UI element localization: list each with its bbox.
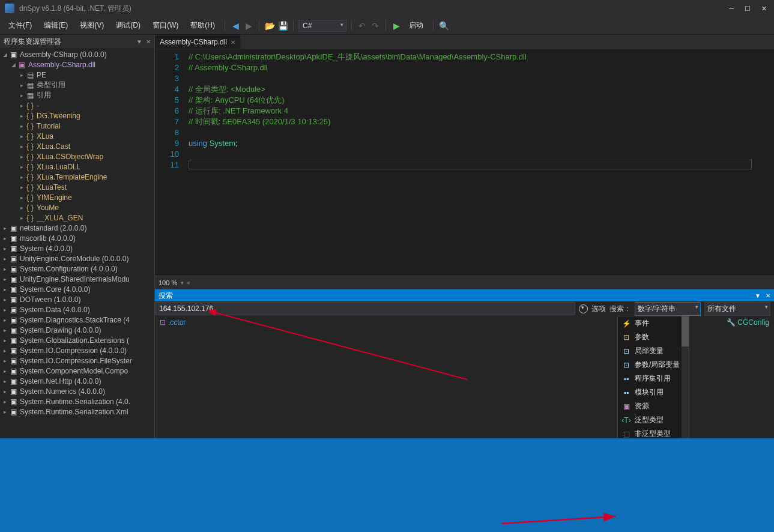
tree-item[interactable]: ▸{ }XLua xyxy=(0,131,154,141)
maximize-button[interactable]: ☐ xyxy=(745,5,751,13)
tree-item[interactable]: ▸▣netstandard (2.0.0.0) xyxy=(0,223,154,233)
class-icon: 🔧 xyxy=(727,318,736,327)
menu-help[interactable]: 帮助(H) xyxy=(186,18,220,33)
close-button[interactable]: ✕ xyxy=(761,5,767,13)
line-gutter: 1234567891011 xyxy=(155,49,185,276)
tree-item[interactable]: ▸▣System.Data (4.0.0.0) xyxy=(0,304,154,315)
tree-item[interactable]: ▸▣System.Runtime.Serialization (4.0. xyxy=(0,396,154,407)
zoom-value[interactable]: 100 % xyxy=(159,279,177,286)
menu-view[interactable]: 视图(V) xyxy=(75,18,109,33)
method-icon: ⊡ xyxy=(160,318,166,327)
search-input[interactable] xyxy=(155,302,575,315)
panel-dropdown-icon[interactable]: ▼ xyxy=(136,38,142,45)
editor-tabs: Assembly-CSharp.dll ✕ xyxy=(155,35,774,49)
tree-item[interactable]: ▸{ }Tutorial xyxy=(0,121,154,131)
panel-header: 程序集资源管理器 ▼ ✕ xyxy=(0,35,154,48)
start-label[interactable]: 启动 xyxy=(404,18,428,33)
tree-item[interactable]: ▸▣System.Core (4.0.0.0) xyxy=(0,284,154,294)
tree-item[interactable]: ▸{ }__XLUA_GEN xyxy=(0,213,154,223)
assembly-tree[interactable]: ◢▣Assembly-CSharp (0.0.0.0)◢▣Assembly-CS… xyxy=(0,48,154,438)
tree-item[interactable]: ▸▣System.Configuration (4.0.0.0) xyxy=(0,264,154,274)
code-editor[interactable]: 1234567891011 // C:\Users\Administrator\… xyxy=(155,49,774,276)
search-panel: 搜索 ▼ ✕ 选项 搜索： 数字/字符串 所有文件 xyxy=(155,289,774,438)
tree-item[interactable]: ▸▣System.Drawing (4.0.0.0) xyxy=(0,325,154,335)
app-window: dnSpy v6.1.8 (64-bit, .NET, 管理员) ─ ☐ ✕ 文… xyxy=(0,0,774,438)
dropdown-item[interactable]: ⊡参数/局部变量 xyxy=(618,358,689,372)
nav-forward-icon[interactable]: ▶ xyxy=(243,20,254,31)
tree-item[interactable]: ▸▣UnityEngine.SharedInternalsModu xyxy=(0,274,154,284)
tree-item[interactable]: ▸{ }- xyxy=(0,100,154,110)
code-lines: // C:\Users\Administrator\Desktop\ApkIDE… xyxy=(185,49,774,276)
dropdown-item[interactable]: ⬚非泛型类型 xyxy=(618,427,689,438)
open-icon[interactable]: 📂 xyxy=(264,20,275,31)
tree-item[interactable]: ▸▣System.ComponentModel.Compo xyxy=(0,366,154,376)
search-title: 搜索 xyxy=(159,291,750,301)
minimize-button[interactable]: ─ xyxy=(729,5,734,13)
dropdown-item[interactable]: ⊡局部变量 xyxy=(618,344,689,358)
tree-item[interactable]: ▸▣System.Diagnostics.StackTrace (4 xyxy=(0,315,154,325)
tree-item[interactable]: ◢▣Assembly-CSharp (0.0.0.0) xyxy=(0,49,154,59)
tree-item[interactable]: ▸{ }YouMe xyxy=(0,202,154,213)
result-type[interactable]: 🔧CGConfig xyxy=(727,318,769,327)
tab-close-icon[interactable]: ✕ xyxy=(231,39,235,46)
search-close-icon[interactable]: ✕ xyxy=(766,292,770,299)
result-name: .cctor xyxy=(168,318,186,327)
tree-item[interactable]: ▸▣System.Net.Http (4.0.0.0) xyxy=(0,376,154,386)
search-dropdown-icon[interactable]: ▼ xyxy=(755,292,761,299)
menu-edit[interactable]: 编辑(E) xyxy=(39,18,73,33)
save-icon[interactable]: 💾 xyxy=(277,20,288,31)
titlebar: dnSpy v6.1.8 (64-bit, .NET, 管理员) ─ ☐ ✕ xyxy=(0,0,774,17)
window-title: dnSpy v6.1.8 (64-bit, .NET, 管理员) xyxy=(19,4,729,14)
search-icon[interactable]: 🔍 xyxy=(438,20,449,31)
zoom-dropdown-icon[interactable]: ▾ xyxy=(181,280,184,286)
menubar: 文件(F) 编辑(E) 视图(V) 调试(D) 窗口(W) 帮助(H) ◀ ▶ … xyxy=(0,17,774,35)
dropdown-item[interactable]: ▪▪程序集引用 xyxy=(618,372,689,385)
tree-item[interactable]: ▸▣System (4.0.0.0) xyxy=(0,243,154,253)
tree-item[interactable]: ▸▣System.Runtime.Serialization.Xml xyxy=(0,407,154,417)
search-header: 搜索 ▼ ✕ xyxy=(155,289,774,301)
tree-item[interactable]: ▸{ }YIMEngine xyxy=(0,192,154,202)
search-result-item[interactable]: ⊡ .cctor xyxy=(160,318,691,327)
assembly-explorer-panel: 程序集资源管理器 ▼ ✕ ◢▣Assembly-CSharp (0.0.0.0)… xyxy=(0,35,155,438)
tree-item[interactable]: ▸▤PE xyxy=(0,70,154,80)
tree-item[interactable]: ▸{ }XLuaTest xyxy=(0,182,154,192)
panel-close-icon[interactable]: ✕ xyxy=(146,38,151,45)
search-results: ⊡ .cctor 🔧CGConfig xyxy=(155,316,774,438)
dropdown-item[interactable]: ▣资源 xyxy=(618,399,689,413)
tree-item[interactable]: ▸▣System.IO.Compression (4.0.0.0) xyxy=(0,345,154,355)
tree-item[interactable]: ▸{ }XLua.CSObjectWrap xyxy=(0,151,154,162)
options-icon[interactable] xyxy=(579,304,588,313)
tree-item[interactable]: ▸▣UnityEngine.CoreModule (0.0.0.0) xyxy=(0,253,154,264)
tree-item[interactable]: ▸▣System.Numerics (4.0.0.0) xyxy=(0,386,154,396)
search-scope-combo[interactable]: 所有文件 xyxy=(704,302,770,316)
undo-icon[interactable]: ↶ xyxy=(357,20,367,31)
tree-item[interactable]: ▸▣System.IO.Compression.FileSyster xyxy=(0,355,154,366)
dropdown-item[interactable]: ⊡参数 xyxy=(618,330,689,344)
language-combo[interactable]: C# xyxy=(298,20,346,32)
dropdown-item[interactable]: ‹T›泛型类型 xyxy=(618,413,689,427)
tab-label: Assembly-CSharp.dll xyxy=(160,38,227,46)
tree-item[interactable]: ▸{ }XLua.Cast xyxy=(0,141,154,151)
tree-item[interactable]: ▸▣System.Globalization.Extensions ( xyxy=(0,335,154,345)
tree-item[interactable]: ▸▤引用 xyxy=(0,90,154,100)
menu-debug[interactable]: 调试(D) xyxy=(111,18,145,33)
svg-line-1 xyxy=(501,516,615,524)
tree-item[interactable]: ▸▣DOTween (1.0.0.0) xyxy=(0,294,154,304)
dropdown-item[interactable]: ⚡事件 xyxy=(618,316,689,330)
dropdown-item[interactable]: ▪▪模块引用 xyxy=(618,385,689,399)
redo-icon[interactable]: ↷ xyxy=(370,20,381,31)
zoom-bar: 100 % ▾ ◂ xyxy=(155,276,774,289)
nav-back-icon[interactable]: ◀ xyxy=(230,20,241,31)
menu-window[interactable]: 窗口(W) xyxy=(148,18,183,33)
tab-assembly-csharp[interactable]: Assembly-CSharp.dll ✕ xyxy=(155,35,241,49)
start-icon[interactable]: ▶ xyxy=(391,20,402,31)
tree-item[interactable]: ▸{ }XLua.TemplateEngine xyxy=(0,172,154,182)
tree-item[interactable]: ▸{ }XLua.LuaDLL xyxy=(0,162,154,172)
search-filter-combo[interactable]: 数字/字符串 xyxy=(635,302,701,316)
menu-file[interactable]: 文件(F) xyxy=(4,18,37,33)
tree-item[interactable]: ▸▤类型引用 xyxy=(0,80,154,90)
tree-item[interactable]: ▸{ }DG.Tweening xyxy=(0,110,154,121)
tree-item[interactable]: ◢▣Assembly-CSharp.dll xyxy=(0,59,154,70)
search-filter-dropdown[interactable]: ⚡事件⊡参数⊡局部变量⊡参数/局部变量▪▪程序集引用▪▪模块引用▣资源‹T›泛型… xyxy=(617,316,689,438)
tree-item[interactable]: ▸▣mscorlib (4.0.0.0) xyxy=(0,233,154,243)
